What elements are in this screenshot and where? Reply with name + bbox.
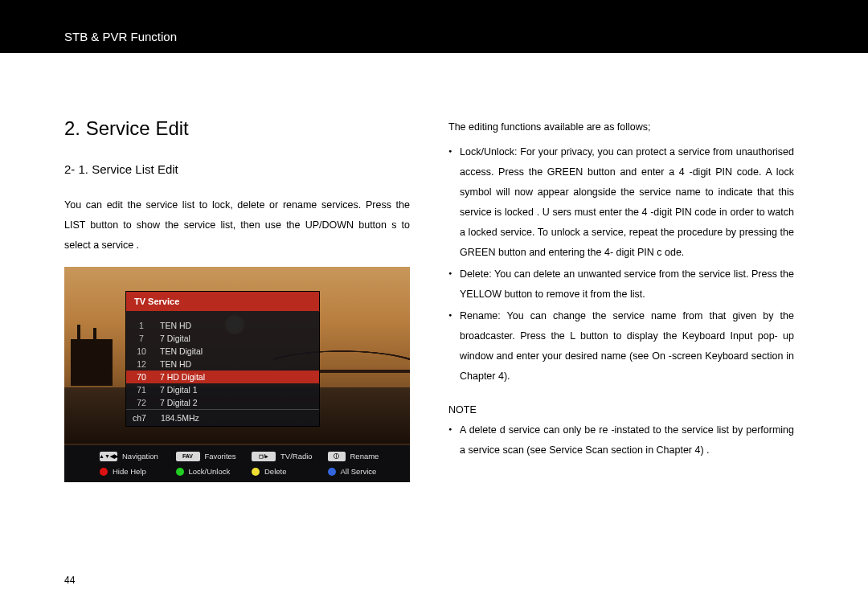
help-favorites: FAVFavorites — [176, 448, 248, 464]
header-title: STB & PVR Function — [64, 30, 177, 43]
note-list: A delete d service can only be re -insta… — [448, 420, 794, 461]
intro-paragraph: You can edit the service list to lock, d… — [64, 195, 410, 256]
help-bar: ▲▼◀▶Navigation FAVFavorites ◻/▸TV/Radio … — [64, 445, 410, 482]
right-intro: The editing functions available are as f… — [448, 117, 794, 137]
list-item: A delete d service can only be re -insta… — [448, 420, 794, 461]
yellow-dot-icon — [252, 468, 260, 476]
table-row[interactable]: 12TEN HD — [126, 358, 319, 371]
help-hidehelp: Hide Help — [100, 464, 171, 479]
list-item: Rename: You can change the service name … — [448, 306, 794, 387]
subsection-heading: 2- 1. Service List Edit — [64, 162, 410, 176]
table-row[interactable]: 717 Digital 1 — [126, 383, 319, 396]
help-tvradio: ◻/▸TV/Radio — [252, 448, 323, 464]
info-key-icon: ⓘ — [328, 452, 346, 461]
green-dot-icon — [176, 468, 184, 476]
table-row-selected[interactable]: 707 HD Digital — [126, 371, 319, 383]
table-row[interactable]: 77 Digital — [126, 332, 319, 345]
section-heading: 2. Service Edit — [64, 117, 410, 140]
service-list-panel: TV Service 1TEN HD 77 Digital 10TEN Digi… — [125, 291, 320, 427]
footer-frequency: 184.5MHz — [161, 413, 199, 423]
red-dot-icon — [100, 468, 108, 476]
fav-key-icon: FAV — [176, 452, 200, 461]
tvradio-key-icon: ◻/▸ — [252, 452, 276, 461]
feature-list: Lock/Unlock: For your privacy, you can p… — [448, 142, 794, 387]
help-rename: ⓘRename — [328, 448, 399, 464]
panel-footer: ch7 184.5MHz — [126, 409, 319, 426]
boat-graphic — [71, 339, 113, 386]
panel-title: TV Service — [126, 292, 319, 311]
help-allservice: All Service — [328, 464, 399, 479]
dpad-icon: ▲▼◀▶ — [100, 452, 117, 461]
help-navigation: ▲▼◀▶Navigation — [100, 448, 171, 464]
tv-screenshot: TV Service 1TEN HD 77 Digital 10TEN Digi… — [64, 267, 410, 482]
blue-dot-icon — [328, 468, 336, 476]
note-label: NOTE — [448, 404, 794, 416]
help-lockunlock: Lock/Unlock — [176, 464, 248, 479]
list-item: Delete: You can delete an unwanted servi… — [448, 264, 794, 305]
table-row[interactable]: 10TEN Digital — [126, 345, 319, 358]
list-item: Lock/Unlock: For your privacy, you can p… — [448, 142, 794, 263]
footer-channel: ch7 — [133, 413, 146, 423]
page-content: 2. Service Edit 2- 1. Service List Edit … — [0, 53, 868, 482]
help-delete: Delete — [252, 464, 323, 479]
page-number: 44 — [64, 575, 75, 586]
left-column: 2. Service Edit 2- 1. Service List Edit … — [64, 117, 410, 482]
table-row[interactable]: 1TEN HD — [126, 319, 319, 332]
header-bar: STB & PVR Function — [0, 0, 868, 53]
table-row[interactable]: 727 Digital 2 — [126, 396, 319, 409]
right-column: The editing functions available are as f… — [448, 117, 794, 482]
